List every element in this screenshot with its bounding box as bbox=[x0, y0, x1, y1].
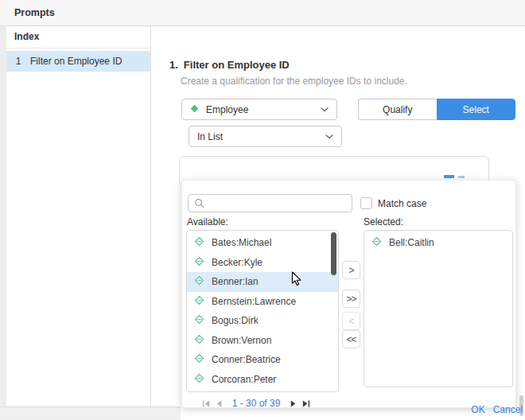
available-label: Available: bbox=[187, 216, 228, 228]
sidebar-item-number: 1 bbox=[13, 56, 24, 67]
list-item-label: Corcoran:Peter bbox=[212, 374, 276, 385]
prompt-heading: 1. Filter on Employee ID bbox=[169, 59, 290, 71]
transfer-button[interactable]: > bbox=[342, 261, 360, 279]
list-item[interactable]: Bates:Michael bbox=[187, 233, 338, 253]
list-item-label: Bates:Michael bbox=[212, 237, 271, 248]
list-item-label: Bogus:Dirk bbox=[212, 315, 259, 326]
sidebar-header: Index bbox=[6, 26, 150, 49]
transfer-button-glyph: >> bbox=[347, 294, 356, 305]
bottom-strip bbox=[0, 406, 181, 420]
pagination-range-text: 1 - 30 of 39 bbox=[232, 398, 281, 409]
chevron-down-icon bbox=[321, 107, 329, 112]
available-list: Bates:Michael Becker:Kyle Benner:Ian bbox=[186, 230, 339, 392]
transfer-button-glyph: << bbox=[347, 334, 356, 345]
footer-actions: OK Cancel bbox=[471, 404, 523, 415]
sidebar-item-filter-on-employee-id[interactable]: 1 Filter on Employee ID bbox=[6, 51, 150, 72]
transfer-button[interactable]: >> bbox=[342, 290, 360, 308]
list-item[interactable]: Bogus:Dirk bbox=[187, 311, 338, 331]
list-item[interactable]: Corcoran:Peter bbox=[187, 370, 338, 390]
element-diamond-icon bbox=[194, 236, 204, 249]
select-button[interactable]: Select bbox=[437, 99, 516, 120]
prompt-editor-screen: Prompts Index 1 Filter on Employee ID 1.… bbox=[0, 0, 525, 420]
edit-link-partial-2[interactable] bbox=[458, 176, 465, 178]
match-case-checkbox[interactable] bbox=[360, 197, 372, 209]
transfer-button-glyph: < bbox=[348, 316, 353, 327]
topbar: Prompts bbox=[0, 0, 525, 26]
list-item[interactable]: Conner:Beatrice bbox=[187, 350, 338, 370]
transfer-buttons: > >> < << bbox=[342, 261, 360, 348]
list-item[interactable]: Bell:Caitlin bbox=[364, 233, 512, 253]
list-item-label: Bernstein:Lawrence bbox=[212, 296, 296, 307]
attribute-dropdown-value: Employee bbox=[206, 104, 248, 115]
qualify-select-toggle: Qualify Select bbox=[358, 99, 515, 120]
list-item[interactable]: Becker:Kyle bbox=[187, 253, 338, 273]
edit-link-partial[interactable] bbox=[444, 175, 454, 178]
match-case-label: Match case bbox=[378, 198, 426, 209]
element-diamond-icon bbox=[194, 295, 204, 308]
attribute-diamond-icon bbox=[190, 104, 199, 115]
list-scrollbar-thumb[interactable] bbox=[331, 232, 336, 275]
ok-button[interactable]: OK bbox=[471, 404, 484, 415]
element-diamond-icon bbox=[371, 236, 382, 249]
pagination-first-icon[interactable] bbox=[202, 399, 211, 408]
pagination-prev-icon[interactable] bbox=[215, 399, 224, 408]
search-box bbox=[188, 194, 352, 212]
attribute-dropdown[interactable]: Employee bbox=[181, 99, 337, 120]
pagination: 1 - 30 of 39 bbox=[182, 397, 330, 410]
operator-dropdown-value: In List bbox=[197, 131, 223, 142]
element-picker-dialog: Match case Available: Selected: Bates:Mi… bbox=[181, 180, 516, 408]
selected-list: Bell:Caitlin bbox=[364, 230, 513, 387]
list-item-label: Conner:Beatrice bbox=[212, 354, 281, 365]
list-item-label: Benner:Ian bbox=[212, 276, 259, 287]
prompt-description: Create a qualification for the employee … bbox=[181, 76, 407, 87]
transfer-button[interactable]: < bbox=[342, 312, 360, 330]
search-icon bbox=[194, 198, 204, 208]
prompt-number: 1. bbox=[169, 59, 178, 71]
element-diamond-icon bbox=[194, 256, 204, 269]
pagination-last-icon[interactable] bbox=[301, 399, 310, 408]
transfer-button-glyph: > bbox=[348, 265, 353, 276]
list-item-label: Becker:Kyle bbox=[212, 257, 262, 268]
pagination-next-icon[interactable] bbox=[289, 399, 298, 408]
list-item[interactable]: Bernstein:Lawrence bbox=[187, 292, 338, 312]
prompt-title: Filter on Employee ID bbox=[184, 59, 290, 71]
element-diamond-icon bbox=[194, 334, 204, 347]
prompts-index-sidebar: Index 1 Filter on Employee ID bbox=[6, 26, 151, 406]
element-diamond-icon bbox=[194, 275, 204, 288]
operator-dropdown[interactable]: In List bbox=[189, 126, 342, 147]
transfer-button[interactable]: << bbox=[342, 330, 360, 348]
page-title: Prompts bbox=[0, 7, 55, 18]
selected-label: Selected: bbox=[364, 216, 403, 228]
element-diamond-icon bbox=[194, 373, 204, 386]
list-item[interactable]: Brown:Vernon bbox=[187, 331, 338, 351]
sidebar-item-label: Filter on Employee ID bbox=[30, 56, 122, 67]
element-diamond-icon bbox=[194, 314, 204, 327]
search-input[interactable] bbox=[208, 194, 352, 212]
chevron-down-icon bbox=[325, 134, 333, 139]
list-item[interactable]: Benner:Ian bbox=[187, 272, 338, 292]
left-edge-strip bbox=[0, 26, 6, 406]
cancel-button[interactable]: Cancel bbox=[493, 404, 523, 415]
element-diamond-icon bbox=[194, 353, 204, 366]
list-item-label: Bell:Caitlin bbox=[389, 237, 434, 248]
qualify-button[interactable]: Qualify bbox=[358, 99, 437, 120]
list-item-label: Brown:Vernon bbox=[212, 335, 271, 346]
